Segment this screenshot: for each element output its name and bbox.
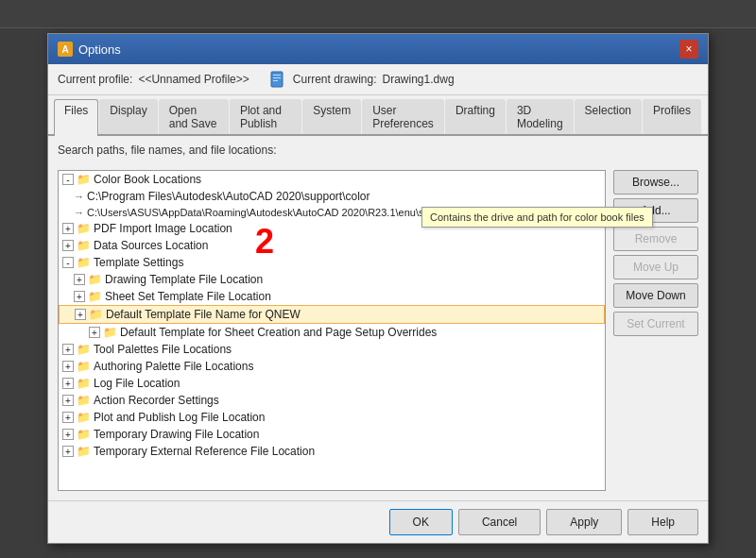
dialog-title-left: A Options (58, 42, 121, 57)
tree-item-template-settings[interactable]: - 📁 Template Settings (59, 254, 605, 271)
expand-icon[interactable]: - (62, 257, 74, 268)
apply-button[interactable]: Apply (546, 509, 622, 535)
expand-icon[interactable]: + (62, 240, 74, 251)
move-up-button[interactable]: Move Up (613, 255, 698, 279)
tree-label: Temporary Drawing File Location (94, 428, 259, 441)
expand-icon[interactable]: - (62, 174, 74, 185)
folder-icon: 📁 (103, 326, 117, 339)
profile-left: Current profile: <<Unnamed Profile>> (58, 73, 249, 86)
tree-item-data-sources[interactable]: + 📁 Data Sources Location (59, 237, 605, 254)
tree-label: C:\Users\ASUS\AppData\Roaming\Autodesk\A… (87, 207, 479, 218)
tree-label: Default Template for Sheet Creation and … (120, 326, 437, 339)
tree-item-color-book[interactable]: - 📁 Color Book Locations (59, 171, 605, 188)
folder-icon: 📁 (77, 428, 91, 441)
tree-label: Drawing Template File Location (105, 273, 263, 286)
tree-item-plot-publish-log[interactable]: + 📁 Plot and Publish Log File Location (59, 409, 605, 426)
dialog-footer: OK Cancel Apply Help (48, 500, 708, 543)
expand-icon[interactable]: + (62, 395, 74, 406)
ok-button[interactable]: OK (389, 509, 453, 535)
expand-icon[interactable]: + (89, 327, 100, 338)
tree-item-sheet-set-template[interactable]: + 📁 Sheet Set Template File Location (59, 288, 605, 305)
tab-user-preferences[interactable]: User Preferences (362, 99, 444, 134)
expand-icon[interactable]: + (62, 412, 74, 423)
tree-item-cb-path1[interactable]: → C:\Program Files\Autodesk\AutoCAD 2020… (59, 188, 605, 205)
drawing-file-icon (268, 70, 287, 89)
tab-system[interactable]: System (302, 99, 361, 134)
expand-icon[interactable]: + (62, 378, 74, 389)
expand-icon[interactable]: + (74, 291, 85, 302)
tree-item-action-recorder[interactable]: + 📁 Action Recorder Settings (59, 392, 605, 409)
folder-icon: 📁 (77, 377, 91, 390)
remove-button[interactable]: Remove (613, 227, 698, 251)
close-button[interactable]: × (679, 40, 698, 59)
expand-icon[interactable]: + (74, 274, 85, 285)
arrow-right-icon: → (74, 207, 84, 218)
help-button[interactable]: Help (627, 509, 698, 535)
browse-button[interactable]: Browse... (613, 170, 698, 194)
tree-label: Color Book Locations (94, 173, 201, 186)
tree-label: Action Recorder Settings (94, 394, 219, 407)
expand-icon[interactable]: + (62, 344, 74, 355)
options-dialog: A Options × Current profile: <<Unnamed P… (47, 33, 709, 544)
svg-rect-1 (273, 75, 281, 76)
expand-icon[interactable]: + (62, 446, 74, 457)
current-profile-value: <<Unnamed Profile>> (138, 73, 249, 86)
tree-item-temp-drawing[interactable]: + 📁 Temporary Drawing File Location (59, 426, 605, 443)
folder-icon: 📁 (77, 256, 91, 269)
expand-icon[interactable]: + (62, 223, 74, 234)
folder-icon: 📁 (89, 308, 103, 321)
dialog-titlebar: A Options × (48, 34, 708, 64)
set-current-button[interactable]: Set Current (613, 312, 698, 336)
tree-label: Data Sources Location (94, 239, 208, 252)
move-down-button[interactable]: Move Down (613, 283, 698, 308)
tree-item-default-template-sheet[interactable]: + 📁 Default Template for Sheet Creation … (59, 324, 605, 341)
cancel-button[interactable]: Cancel (458, 509, 541, 535)
tree-label: Default Template File Name for QNEW (106, 308, 301, 321)
tree-label: Template Settings (94, 256, 183, 269)
expand-icon[interactable]: + (75, 309, 86, 320)
tree-label: Log File Location (94, 377, 180, 390)
tree-label: Sheet Set Template File Location (105, 290, 271, 303)
folder-icon: 📁 (77, 360, 91, 373)
tab-3d-modeling[interactable]: 3D Modeling (507, 99, 574, 134)
folder-icon: 📁 (88, 290, 102, 303)
search-label-container: Search paths, file names, and file locat… (48, 136, 708, 161)
folder-icon: 📁 (77, 411, 91, 424)
tree-item-default-template[interactable]: + 📁 Default Template File Name for QNEW (59, 305, 605, 324)
folder-icon: 📁 (77, 394, 91, 407)
folder-icon: 📁 (77, 343, 91, 356)
svg-rect-3 (273, 80, 278, 81)
profile-bar: Current profile: <<Unnamed Profile>> Cur… (48, 64, 708, 95)
expand-icon[interactable]: + (62, 429, 74, 440)
tab-profiles[interactable]: Profiles (643, 99, 701, 134)
folder-icon: 📁 (77, 222, 91, 235)
folder-icon: 📁 (77, 445, 91, 458)
tooltip-text: Contains the drive and path for color bo… (430, 211, 644, 223)
expand-icon[interactable]: + (62, 361, 74, 372)
tree-item-log-file[interactable]: + 📁 Log File Location (59, 375, 605, 392)
tree-item-tool-palettes[interactable]: + 📁 Tool Palettes File Locations (59, 341, 605, 358)
autocad-logo-icon: A (58, 42, 73, 57)
tab-drafting[interactable]: Drafting (445, 99, 506, 134)
tree-label: Plot and Publish Log File Location (94, 411, 265, 424)
tab-open-save[interactable]: Open and Save (159, 99, 229, 134)
dialog-title: Options (78, 42, 121, 57)
folder-icon: 📁 (77, 173, 91, 186)
folder-icon: 📁 (88, 273, 102, 286)
search-label: Search paths, file names, and file locat… (58, 144, 276, 157)
svg-rect-2 (273, 77, 281, 78)
tab-files[interactable]: Files (54, 99, 98, 136)
tab-plot-publish[interactable]: Plot and Publish (230, 99, 301, 134)
tree-item-temp-xref[interactable]: + 📁 Temporary External Reference File Lo… (59, 443, 605, 460)
tree-item-drawing-template[interactable]: + 📁 Drawing Template File Location (59, 271, 605, 288)
tabs-bar: Files Display Open and Save Plot and Pub… (48, 95, 708, 136)
current-profile-label: Current profile: (58, 73, 132, 86)
profile-right: Current drawing: Drawing1.dwg (268, 70, 455, 89)
tree-label: Authoring Palette File Locations (94, 360, 253, 373)
current-drawing-value: Drawing1.dwg (383, 73, 455, 86)
tree-label: C:\Program Files\Autodesk\AutoCAD 2020\s… (87, 190, 369, 203)
tab-selection[interactable]: Selection (575, 99, 642, 134)
tab-display[interactable]: Display (99, 99, 157, 134)
tree-item-authoring-palette[interactable]: + 📁 Authoring Palette File Locations (59, 358, 605, 375)
tree-label: Temporary External Reference File Locati… (94, 445, 315, 458)
